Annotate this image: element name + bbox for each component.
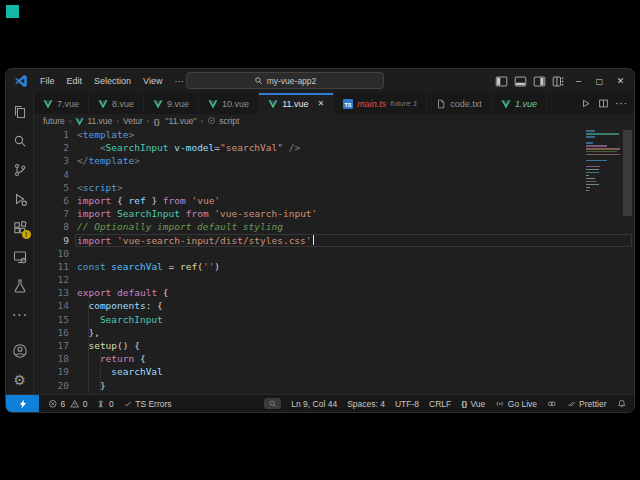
menu-edit[interactable]: Edit: [61, 73, 89, 89]
status-spaces-4[interactable]: Spaces: 4: [347, 399, 385, 409]
code-line-8[interactable]: 8// Optionally import default styling: [34, 220, 634, 233]
activity-bar: !···⚙: [6, 93, 34, 394]
extensions-icon[interactable]: !: [6, 213, 34, 242]
code-line-20[interactable]: 20 }: [34, 379, 634, 392]
split-editor-icon[interactable]: [596, 96, 611, 111]
tab-1.vue[interactable]: 1.vue: [492, 93, 547, 114]
code-line-9[interactable]: 9import 'vue-search-input/dist/styles.cs…: [34, 234, 634, 247]
code-line-11[interactable]: 11const searchVal = ref(''): [34, 260, 634, 273]
breadcrumb-separator: ›: [147, 117, 150, 126]
code-line-1[interactable]: 1<template>: [34, 128, 634, 141]
run-debug-icon[interactable]: [6, 184, 34, 213]
status-vue[interactable]: {}Vue: [461, 399, 485, 409]
toggle-panel-icon[interactable]: [512, 72, 529, 90]
toggle-sidebar-icon[interactable]: [493, 72, 510, 90]
vue-file-icon: [98, 99, 108, 109]
code-line-14[interactable]: 14 components: {: [34, 299, 634, 312]
tab-close-icon[interactable]: ✕: [317, 99, 324, 108]
run-icon[interactable]: [578, 96, 593, 111]
more-icon[interactable]: ···: [614, 96, 629, 111]
code-text: setup() {: [77, 339, 634, 352]
menu-view[interactable]: View: [137, 73, 168, 89]
account-icon[interactable]: [6, 336, 34, 365]
minimap[interactable]: [586, 130, 620, 193]
code-line-21[interactable]: 21 }: [34, 392, 634, 394]
code-line-10[interactable]: 10: [34, 247, 634, 260]
more-icon[interactable]: ···: [6, 300, 34, 329]
tab-10.vue[interactable]: 10.vue: [199, 93, 259, 114]
status-0[interactable]: 0: [96, 399, 113, 409]
breadcrumb-item[interactable]: 11.vue: [75, 116, 112, 126]
code-line-17[interactable]: 17 setup() {: [34, 339, 634, 352]
tower-icon: [96, 399, 106, 409]
command-center-search[interactable]: my-vue-app2: [186, 72, 384, 89]
breadcrumb-item[interactable]: Vetur: [123, 116, 143, 126]
status-6[interactable]: 6: [48, 399, 65, 409]
code-line-5[interactable]: 5<script>: [34, 181, 634, 194]
customize-layout-icon[interactable]: [550, 72, 567, 90]
menu-file[interactable]: File: [34, 73, 61, 89]
remote-indicator[interactable]: [6, 395, 39, 412]
tab-code.txt[interactable]: code.txt: [427, 93, 492, 114]
status-ln-9-col-44[interactable]: Ln 9, Col 44: [291, 399, 337, 409]
code-text: components: {: [77, 299, 634, 312]
status-go-live[interactable]: Go Live: [495, 399, 537, 409]
toggle-secondary-sidebar-icon[interactable]: [531, 72, 548, 90]
line-number: 12: [34, 273, 77, 286]
status-search[interactable]: [264, 398, 282, 410]
breadcrumb-item[interactable]: {}"11.vue": [154, 116, 197, 126]
line-number: 11: [34, 260, 77, 273]
explorer-icon[interactable]: [6, 97, 34, 126]
code-line-7[interactable]: 7import SearchInput from 'vue-search-inp…: [34, 207, 634, 220]
tab-label: 9.vue: [167, 99, 189, 109]
error-icon: [48, 399, 58, 409]
tab-11.vue[interactable]: 11.vue✕: [259, 93, 334, 114]
code-line-3[interactable]: 3</template>: [34, 154, 634, 167]
maximize-button[interactable]: ▢: [590, 71, 609, 91]
breadcrumb: future›11.vue›Vetur›{}"11.vue"›script: [34, 114, 634, 128]
status-0[interactable]: 0: [70, 399, 87, 409]
editor-scrollbar[interactable]: [623, 130, 632, 216]
code-line-13[interactable]: 13export default {: [34, 286, 634, 299]
code-line-4[interactable]: 4: [34, 168, 634, 181]
faces-icon: [547, 399, 557, 409]
status-utf-8[interactable]: UTF-8: [395, 399, 419, 409]
tab-8.vue[interactable]: 8.vue: [89, 93, 144, 114]
code-text: import SearchInput from 'vue-search-inpu…: [77, 207, 634, 220]
code-line-15[interactable]: 15 SearchInput: [34, 313, 634, 326]
code-line-16[interactable]: 16 },: [34, 326, 634, 339]
status-faces[interactable]: [547, 399, 557, 409]
close-button[interactable]: ✕: [611, 71, 630, 91]
minimize-button[interactable]: –: [569, 71, 588, 91]
status-bell[interactable]: [617, 399, 627, 409]
settings-icon[interactable]: ⚙: [6, 365, 34, 394]
status-crlf[interactable]: CRLF: [429, 399, 451, 409]
menu-selection[interactable]: Selection: [88, 73, 137, 89]
line-number: 6: [34, 194, 77, 207]
code-line-6[interactable]: 6import { ref } from 'vue': [34, 194, 634, 207]
search-icon: [268, 399, 278, 409]
broadcast-icon: [495, 399, 505, 409]
status-prettier[interactable]: Prettier: [567, 399, 607, 409]
vue-file-icon: [501, 99, 511, 109]
code-editor[interactable]: 1<template>2 <SearchInput v-model="searc…: [34, 128, 634, 394]
tab-9.vue[interactable]: 9.vue: [144, 93, 199, 114]
search-icon[interactable]: [6, 126, 34, 155]
tab-7.vue[interactable]: 7.vue: [34, 93, 89, 114]
title-bar: FileEditSelectionView··· ← → my-vue-app2…: [6, 69, 634, 93]
code-line-19[interactable]: 19 searchVal: [34, 365, 634, 378]
breadcrumb-item[interactable]: script: [207, 116, 239, 127]
code-line-12[interactable]: 12: [34, 273, 634, 286]
breadcrumb-item[interactable]: future: [43, 116, 65, 126]
vscode-window: FileEditSelectionView··· ← → my-vue-app2…: [5, 68, 635, 413]
source-control-icon[interactable]: [6, 155, 34, 184]
code-line-2[interactable]: 2 <SearchInput v-model="searchVal" />: [34, 141, 634, 154]
indent-guide: [88, 300, 89, 394]
remote-explorer-icon[interactable]: [6, 242, 34, 271]
search-icon: [254, 76, 263, 85]
status-ts-errors[interactable]: TS Errors: [123, 399, 172, 409]
tab-label: 10.vue: [222, 99, 249, 109]
testing-icon[interactable]: [6, 271, 34, 300]
tab-main.ts[interactable]: TSmain.tsfuture 1: [334, 93, 427, 114]
code-line-18[interactable]: 18 return {: [34, 352, 634, 365]
